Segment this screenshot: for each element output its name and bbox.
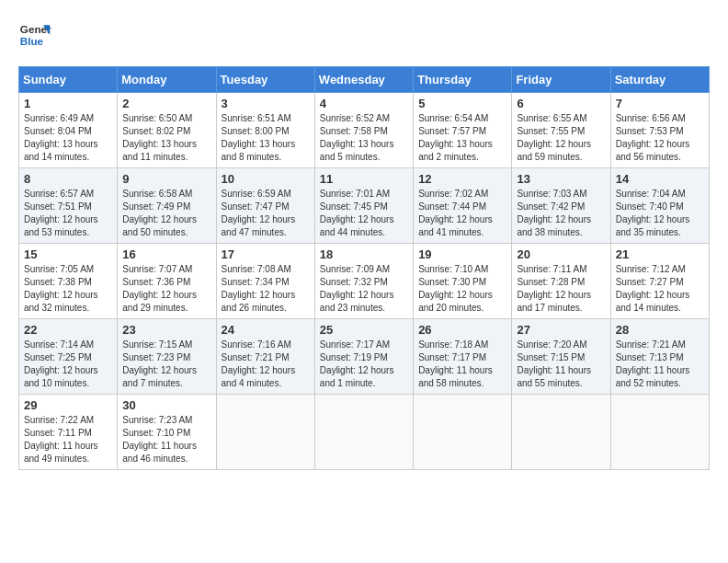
day-info: Sunrise: 7:09 AMSunset: 7:32 PMDaylight:… [320,263,408,315]
calendar-cell: 5Sunrise: 6:54 AMSunset: 7:57 PMDaylight… [414,93,512,168]
calendar-cell: 23Sunrise: 7:15 AMSunset: 7:23 PMDayligh… [118,319,216,395]
calendar-cell: 22Sunrise: 7:14 AMSunset: 7:25 PMDayligh… [19,319,118,395]
day-info: Sunrise: 7:16 AMSunset: 7:21 PMDaylight:… [222,339,310,390]
day-info: Sunrise: 7:14 AMSunset: 7:25 PMDaylight:… [24,339,112,390]
calendar-cell: 6Sunrise: 6:55 AMSunset: 7:55 PMDaylight… [512,93,610,168]
day-info: Sunrise: 6:51 AMSunset: 8:00 PMDaylight:… [222,112,310,164]
calendar-cell [216,395,314,470]
calendar-header-row: SundayMondayTuesdayWednesdayThursdayFrid… [19,67,710,93]
calendar-cell: 30Sunrise: 7:23 AMSunset: 7:10 PMDayligh… [118,395,216,470]
calendar-cell: 17Sunrise: 7:08 AMSunset: 7:34 PMDayligh… [216,244,314,319]
day-info: Sunrise: 6:50 AMSunset: 8:02 PMDaylight:… [122,112,210,164]
day-info: Sunrise: 7:02 AMSunset: 7:44 PMDaylight:… [418,188,506,239]
day-info: Sunrise: 6:55 AMSunset: 7:55 PMDaylight:… [517,112,605,164]
svg-text:Blue: Blue [20,35,44,47]
day-number: 28 [616,323,704,337]
day-number: 26 [418,323,506,337]
calendar-week-row: 8Sunrise: 6:57 AMSunset: 7:51 PMDaylight… [19,168,710,244]
day-number: 12 [418,172,506,186]
day-number: 3 [222,97,310,110]
day-number: 16 [122,247,210,261]
day-number: 15 [24,247,112,261]
calendar-cell: 24Sunrise: 7:16 AMSunset: 7:21 PMDayligh… [216,319,314,395]
day-number: 5 [418,97,506,110]
day-info: Sunrise: 7:17 AMSunset: 7:19 PMDaylight:… [320,339,408,390]
day-number: 30 [122,398,210,412]
calendar-cell [314,395,413,470]
weekday-header: Sunday [19,67,118,93]
calendar-cell: 3Sunrise: 6:51 AMSunset: 8:00 PMDaylight… [216,93,314,168]
calendar-cell: 15Sunrise: 7:05 AMSunset: 7:38 PMDayligh… [19,244,118,319]
calendar-cell: 2Sunrise: 6:50 AMSunset: 8:02 PMDaylight… [118,93,216,168]
day-info: Sunrise: 7:10 AMSunset: 7:30 PMDaylight:… [418,263,506,315]
calendar-cell: 7Sunrise: 6:56 AMSunset: 7:53 PMDaylight… [610,93,709,168]
day-info: Sunrise: 7:05 AMSunset: 7:38 PMDaylight:… [24,263,112,315]
calendar-cell [414,395,512,470]
day-number: 14 [616,172,704,186]
day-info: Sunrise: 6:52 AMSunset: 7:58 PMDaylight:… [320,112,408,164]
day-info: Sunrise: 7:22 AMSunset: 7:11 PMDaylight:… [24,414,112,465]
weekday-header: Wednesday [314,67,413,93]
day-info: Sunrise: 7:08 AMSunset: 7:34 PMDaylight:… [222,263,310,315]
day-number: 9 [122,172,210,186]
day-number: 27 [517,323,605,337]
day-number: 18 [320,247,408,261]
calendar-cell: 8Sunrise: 6:57 AMSunset: 7:51 PMDaylight… [19,168,118,244]
calendar-cell [512,395,610,470]
calendar-cell: 1Sunrise: 6:49 AMSunset: 8:04 PMDaylight… [19,93,118,168]
calendar-cell: 18Sunrise: 7:09 AMSunset: 7:32 PMDayligh… [314,244,413,319]
calendar-cell: 27Sunrise: 7:20 AMSunset: 7:15 PMDayligh… [512,319,610,395]
calendar-cell: 14Sunrise: 7:04 AMSunset: 7:40 PMDayligh… [610,168,709,244]
calendar-week-row: 22Sunrise: 7:14 AMSunset: 7:25 PMDayligh… [19,319,710,395]
calendar-cell [610,395,709,470]
day-info: Sunrise: 7:23 AMSunset: 7:10 PMDaylight:… [122,414,210,465]
day-number: 11 [320,172,408,186]
day-info: Sunrise: 7:03 AMSunset: 7:42 PMDaylight:… [517,188,605,239]
day-number: 29 [24,398,112,412]
weekday-header: Monday [118,67,216,93]
calendar-week-row: 29Sunrise: 7:22 AMSunset: 7:11 PMDayligh… [19,395,710,470]
day-info: Sunrise: 7:21 AMSunset: 7:13 PMDaylight:… [616,339,704,390]
logo: General Blue [18,18,51,52]
day-number: 7 [616,97,704,110]
page-header: General Blue [18,18,710,52]
calendar-cell: 26Sunrise: 7:18 AMSunset: 7:17 PMDayligh… [414,319,512,395]
day-number: 17 [222,247,310,261]
weekday-header: Saturday [610,67,709,93]
day-number: 20 [517,247,605,261]
calendar-cell: 13Sunrise: 7:03 AMSunset: 7:42 PMDayligh… [512,168,610,244]
day-info: Sunrise: 7:01 AMSunset: 7:45 PMDaylight:… [320,188,408,239]
day-number: 21 [616,247,704,261]
calendar-cell: 29Sunrise: 7:22 AMSunset: 7:11 PMDayligh… [19,395,118,470]
day-number: 24 [222,323,310,337]
calendar-cell: 21Sunrise: 7:12 AMSunset: 7:27 PMDayligh… [610,244,709,319]
day-number: 13 [517,172,605,186]
day-number: 22 [24,323,112,337]
weekday-header: Tuesday [216,67,314,93]
day-info: Sunrise: 7:20 AMSunset: 7:15 PMDaylight:… [517,339,605,390]
weekday-header: Friday [512,67,610,93]
day-info: Sunrise: 6:58 AMSunset: 7:49 PMDaylight:… [122,188,210,239]
day-info: Sunrise: 7:12 AMSunset: 7:27 PMDaylight:… [616,263,704,315]
calendar-cell: 12Sunrise: 7:02 AMSunset: 7:44 PMDayligh… [414,168,512,244]
day-number: 2 [122,97,210,110]
calendar-cell: 16Sunrise: 7:07 AMSunset: 7:36 PMDayligh… [118,244,216,319]
day-info: Sunrise: 7:04 AMSunset: 7:40 PMDaylight:… [616,188,704,239]
calendar-cell: 20Sunrise: 7:11 AMSunset: 7:28 PMDayligh… [512,244,610,319]
day-number: 25 [320,323,408,337]
weekday-header: Thursday [414,67,512,93]
day-info: Sunrise: 7:11 AMSunset: 7:28 PMDaylight:… [517,263,605,315]
calendar-table: SundayMondayTuesdayWednesdayThursdayFrid… [18,66,710,470]
day-number: 19 [418,247,506,261]
day-info: Sunrise: 6:59 AMSunset: 7:47 PMDaylight:… [222,188,310,239]
day-number: 23 [122,323,210,337]
day-number: 10 [222,172,310,186]
calendar-week-row: 15Sunrise: 7:05 AMSunset: 7:38 PMDayligh… [19,244,710,319]
day-number: 4 [320,97,408,110]
day-info: Sunrise: 6:49 AMSunset: 8:04 PMDaylight:… [24,112,112,164]
calendar-cell: 4Sunrise: 6:52 AMSunset: 7:58 PMDaylight… [314,93,413,168]
calendar-cell: 9Sunrise: 6:58 AMSunset: 7:49 PMDaylight… [118,168,216,244]
calendar-week-row: 1Sunrise: 6:49 AMSunset: 8:04 PMDaylight… [19,93,710,168]
calendar-cell: 11Sunrise: 7:01 AMSunset: 7:45 PMDayligh… [314,168,413,244]
calendar-cell: 10Sunrise: 6:59 AMSunset: 7:47 PMDayligh… [216,168,314,244]
